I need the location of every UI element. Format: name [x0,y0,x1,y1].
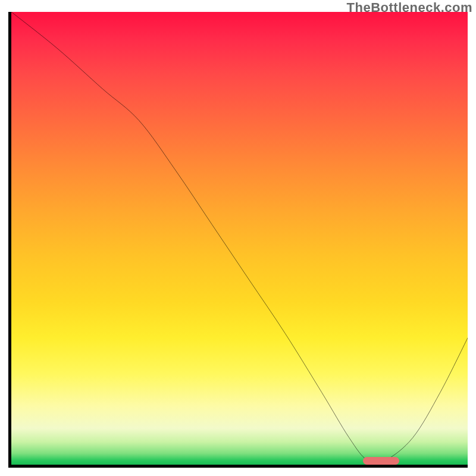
chart-canvas: TheBottleneck.com [0,0,476,476]
highlight-marker [363,457,399,465]
bottleneck-curve [11,12,468,465]
plot-area [8,12,468,468]
